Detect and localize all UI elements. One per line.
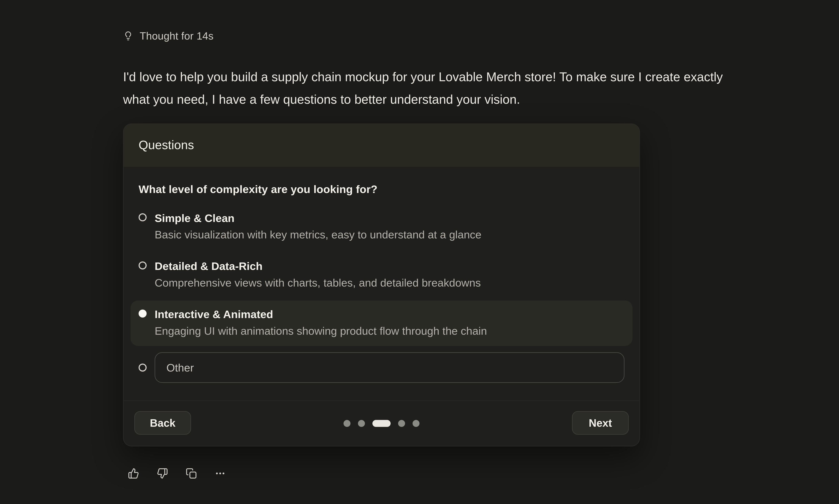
radio-selected-icon[interactable] — [139, 310, 146, 318]
option-label: Simple & Clean — [155, 211, 481, 226]
ellipsis-icon — [214, 468, 226, 479]
more-options-button[interactable] — [214, 468, 226, 479]
message-actions — [128, 468, 839, 479]
option-description: Basic visualization with key metrics, ea… — [155, 226, 481, 243]
option-other[interactable] — [130, 348, 632, 388]
option-text: Simple & CleanBasic visualization with k… — [155, 211, 481, 243]
question-text: What level of complexity are you looking… — [139, 183, 624, 196]
pagination-dot — [413, 420, 420, 427]
thumbs-up-icon — [128, 468, 139, 479]
option-detailed-data-rich[interactable]: Detailed & Data-RichComprehensive views … — [130, 252, 632, 298]
radio-icon[interactable] — [139, 262, 146, 270]
option-interactive-animated[interactable]: Interactive & AnimatedEngaging UI with a… — [130, 301, 632, 346]
thumbs-up-button[interactable] — [128, 468, 139, 479]
questions-card: Questions What level of complexity are y… — [123, 124, 640, 447]
option-text: Interactive & AnimatedEngaging UI with a… — [155, 307, 487, 340]
pagination-dot — [398, 420, 405, 427]
pagination-dot — [344, 420, 351, 427]
thumbs-down-icon — [157, 468, 168, 479]
card-header: Questions — [124, 124, 640, 167]
copy-icon — [186, 468, 197, 479]
option-description: Engaging UI with animations showing prod… — [155, 322, 487, 339]
thought-label: Thought for 14s — [140, 30, 213, 42]
other-input[interactable] — [155, 352, 624, 383]
assistant-turn: Thought for 14s I'd love to help you bui… — [0, 0, 839, 479]
radio-icon[interactable] — [139, 363, 146, 372]
card-footer: Back Next — [124, 400, 640, 446]
card-body: What level of complexity are you looking… — [124, 167, 640, 392]
radio-icon[interactable] — [139, 213, 146, 221]
pagination-dot — [358, 420, 365, 427]
next-button[interactable]: Next — [572, 411, 629, 435]
card-title: Questions — [139, 138, 194, 152]
copy-button[interactable] — [186, 468, 197, 479]
pagination-dots — [344, 420, 420, 427]
back-button[interactable]: Back — [134, 411, 191, 435]
chat-canvas: Thought for 14s I'd love to help you bui… — [0, 0, 839, 504]
option-label: Detailed & Data-Rich — [155, 259, 481, 274]
option-simple-clean[interactable]: Simple & CleanBasic visualization with k… — [130, 204, 632, 250]
options-list: Simple & CleanBasic visualization with k… — [139, 204, 624, 388]
lightbulb-icon — [123, 31, 133, 41]
option-label: Interactive & Animated — [155, 307, 487, 322]
pagination-dot-active — [372, 420, 390, 427]
option-text: Detailed & Data-RichComprehensive views … — [155, 259, 481, 291]
assistant-message: I'd love to help you build a supply chai… — [123, 66, 745, 111]
option-description: Comprehensive views with charts, tables,… — [155, 274, 481, 291]
thumbs-down-button[interactable] — [157, 468, 168, 479]
thought-header[interactable]: Thought for 14s — [123, 30, 839, 42]
